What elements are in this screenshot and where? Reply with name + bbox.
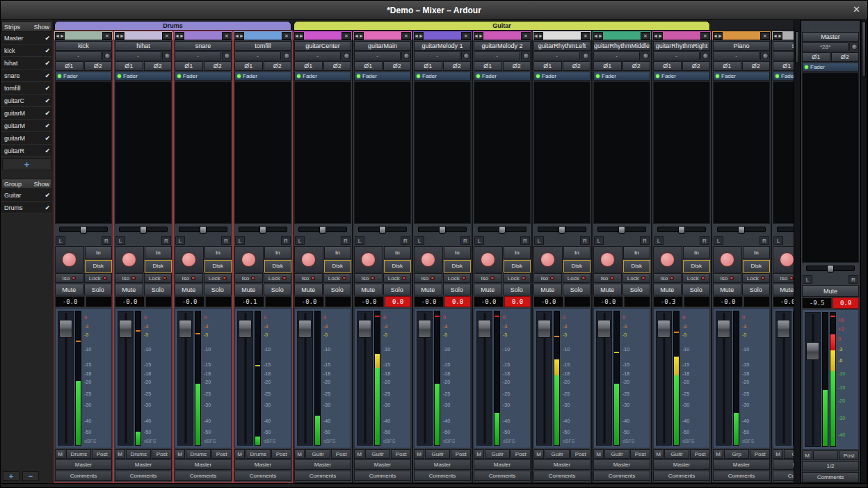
gain-display[interactable]: -0.0 bbox=[533, 296, 563, 307]
phase-1-button[interactable]: Ø1 bbox=[593, 61, 622, 71]
solo-isolate-button[interactable]: Iso bbox=[414, 273, 442, 283]
processor-box[interactable] bbox=[533, 81, 590, 224]
output-button[interactable]: Master bbox=[474, 459, 531, 470]
mute-button[interactable]: Mute bbox=[653, 284, 682, 295]
strip-hide-icon[interactable]: ✕ bbox=[641, 32, 650, 40]
comments-button[interactable]: Comments bbox=[533, 471, 590, 481]
processor-active-led[interactable] bbox=[177, 74, 181, 78]
strip-name-button[interactable]: guitarCenter bbox=[294, 41, 351, 51]
phase-2-button[interactable]: Ø2 bbox=[503, 61, 531, 71]
trim-knob[interactable] bbox=[341, 51, 351, 60]
strip-hide-icon[interactable]: ✕ bbox=[401, 32, 411, 40]
solo-isolate-button[interactable]: Iso bbox=[593, 273, 622, 283]
phase-1-button[interactable]: Ø1 bbox=[653, 61, 682, 71]
trim-knob[interactable] bbox=[461, 51, 471, 60]
group-tab[interactable]: Drums bbox=[54, 21, 291, 30]
title-bar[interactable]: *Demo – Mixer – Ardour ✕ bbox=[1, 1, 867, 20]
fader-handle[interactable] bbox=[418, 320, 431, 338]
processor-active-led[interactable] bbox=[805, 65, 808, 69]
mute-button[interactable]: Mute bbox=[593, 284, 622, 295]
comments-button[interactable]: Comments bbox=[773, 471, 794, 481]
processor-box[interactable] bbox=[234, 81, 291, 224]
trim-knob[interactable] bbox=[581, 51, 590, 60]
input-button[interactable]: - bbox=[773, 51, 794, 60]
solo-button[interactable]: Solo bbox=[264, 284, 292, 295]
list-item[interactable]: snare ✔ bbox=[1, 70, 52, 82]
pan-handle[interactable] bbox=[827, 265, 834, 273]
comments-button[interactable]: Comments bbox=[234, 471, 291, 481]
mute-button[interactable]: Mute bbox=[713, 284, 741, 295]
gain-fader[interactable] bbox=[775, 311, 791, 446]
monitor-disk-button[interactable]: Disk bbox=[85, 260, 113, 273]
output-button[interactable]: Master bbox=[55, 459, 112, 470]
solo-lock-button[interactable]: Lock bbox=[742, 273, 771, 283]
pan-track[interactable] bbox=[777, 227, 794, 232]
monitor-input-button[interactable]: In bbox=[563, 246, 591, 259]
solo-isolate-button[interactable]: Iso bbox=[115, 273, 143, 283]
pan-handle[interactable] bbox=[200, 226, 207, 234]
gain-fader[interactable] bbox=[357, 311, 373, 446]
comments-button[interactable]: Comments bbox=[354, 471, 411, 481]
mute-button[interactable]: Mute bbox=[354, 284, 383, 295]
monitor-disk-button[interactable]: Disk bbox=[204, 260, 232, 273]
processor-fader-entry[interactable]: Fader bbox=[115, 72, 172, 81]
fader-handle[interactable] bbox=[806, 342, 819, 360]
master-input-button[interactable]: *28* bbox=[802, 42, 849, 51]
processor-box[interactable] bbox=[414, 81, 471, 224]
strip-color-bar[interactable]: ◄► ✕ bbox=[54, 31, 113, 40]
peak-display[interactable] bbox=[624, 296, 650, 307]
output-button[interactable]: Master bbox=[234, 459, 291, 470]
processor-fader-entry[interactable]: Fader bbox=[593, 72, 650, 81]
processor-fader-entry[interactable]: Fader bbox=[713, 72, 770, 81]
gain-display[interactable]: -0.0 bbox=[474, 296, 504, 307]
pan-track[interactable] bbox=[179, 227, 227, 232]
solo-isolate-button[interactable]: Iso bbox=[234, 273, 263, 283]
metering-point-button[interactable]: M bbox=[474, 449, 484, 459]
strip-name-button[interactable]: guitarMain bbox=[354, 41, 411, 51]
pan-control[interactable]: L R bbox=[354, 225, 411, 245]
monitor-input-button[interactable]: In bbox=[444, 246, 472, 259]
meter-post-button[interactable]: Post bbox=[630, 449, 650, 459]
processor-fader-entry[interactable]: Fader bbox=[234, 72, 291, 81]
pan-handle[interactable] bbox=[558, 226, 565, 234]
peak-display[interactable] bbox=[205, 296, 232, 307]
metering-point-button[interactable]: M bbox=[294, 449, 305, 459]
processor-active-led[interactable] bbox=[118, 74, 121, 78]
list-item[interactable]: guitarM ✔ bbox=[1, 120, 52, 132]
meter-post-button[interactable]: Post bbox=[690, 449, 710, 459]
strip-color-bar[interactable]: ◄► ✕ bbox=[174, 31, 232, 40]
strip-color-bar[interactable]: ◄► ✕ bbox=[473, 31, 531, 40]
monitor-input-button[interactable]: In bbox=[743, 246, 771, 259]
monitor-disk-button[interactable]: Disk bbox=[743, 260, 771, 273]
solo-isolate-button[interactable]: Iso bbox=[55, 273, 83, 283]
group-tab[interactable]: Guitar bbox=[294, 21, 710, 30]
mute-button[interactable]: Mute bbox=[115, 284, 143, 295]
visible-checkbox[interactable]: ✔ bbox=[45, 85, 50, 92]
output-button[interactable]: Master bbox=[294, 459, 351, 470]
mute-button[interactable]: Mute bbox=[55, 284, 83, 295]
record-arm-button[interactable] bbox=[414, 246, 443, 273]
record-arm-button[interactable] bbox=[55, 246, 84, 273]
add-strip-button[interactable]: + bbox=[2, 158, 51, 170]
master-gain-fader[interactable] bbox=[805, 312, 821, 447]
visible-checkbox[interactable]: ✔ bbox=[45, 97, 50, 104]
solo-lock-button[interactable]: Lock bbox=[84, 273, 113, 283]
master-processor-box[interactable] bbox=[802, 72, 859, 263]
meter-post-button[interactable]: Post bbox=[211, 449, 232, 459]
master-comments-button[interactable]: Comments bbox=[802, 472, 859, 482]
peak-display[interactable] bbox=[325, 296, 351, 307]
pan-control[interactable]: L R bbox=[294, 225, 351, 245]
metering-point-button[interactable]: M bbox=[175, 449, 185, 459]
strip-width-icon[interactable]: ◄► bbox=[533, 32, 543, 40]
output-button[interactable]: Master bbox=[175, 459, 232, 470]
record-arm-button[interactable] bbox=[175, 246, 204, 273]
processor-active-led[interactable] bbox=[357, 74, 360, 78]
solo-lock-button[interactable]: Lock bbox=[563, 273, 591, 283]
phase-2-button[interactable]: Ø2 bbox=[84, 61, 113, 71]
comments-button[interactable]: Comments bbox=[713, 471, 770, 481]
trim-knob[interactable] bbox=[641, 51, 650, 60]
trim-knob[interactable] bbox=[401, 51, 411, 60]
fader-handle[interactable] bbox=[59, 320, 72, 338]
processor-box[interactable] bbox=[653, 81, 710, 224]
input-button[interactable]: - bbox=[175, 51, 221, 60]
